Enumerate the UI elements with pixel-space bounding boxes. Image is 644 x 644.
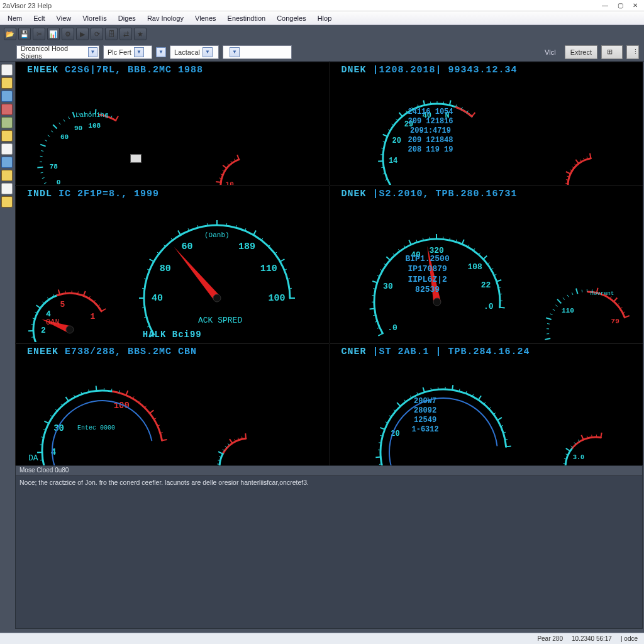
label-ackspred: ACK SPRED <box>198 316 242 325</box>
menu-diges[interactable]: Diges <box>116 13 138 23</box>
svg-line-17 <box>64 119 65 121</box>
svg-line-210 <box>547 324 550 325</box>
svg-line-3 <box>42 177 45 178</box>
star-icon[interactable]: ★ <box>134 28 147 40</box>
panel-dnek-2: DNEK |S2.2010, TPB.280.16731 .0304032010… <box>330 186 643 343</box>
combo-source[interactable]: Drcanicol Hood Spiens ▼ <box>16 45 99 59</box>
play-icon[interactable]: ▶ <box>76 28 89 40</box>
console-header: Mose Cloed 0u80 <box>16 466 642 476</box>
svg-line-170 <box>386 257 391 260</box>
svg-line-51 <box>381 148 384 148</box>
side-chart-icon[interactable] <box>1 91 13 102</box>
svg-text:80: 80 <box>160 264 171 274</box>
svg-text:100: 100 <box>268 293 285 304</box>
svg-line-4 <box>41 172 43 173</box>
menu-help[interactable]: Hlop <box>315 13 335 23</box>
menu-rav[interactable]: Rav Inology <box>145 13 186 23</box>
svg-line-254 <box>111 389 112 391</box>
svg-text:20: 20 <box>392 136 401 145</box>
chevron-down-icon[interactable]: ▼ <box>203 47 213 57</box>
menu-enest[interactable]: Enestindtion <box>225 13 269 23</box>
gauge-small-red: 3.0 <box>558 425 633 467</box>
panel-cner: CNER |ST 2AB.1 | TPB.284.16.24 20 200W72… <box>330 343 643 467</box>
menu-nem[interactable]: Nem <box>5 13 25 23</box>
maximize-button[interactable]: ▢ <box>614 1 626 10</box>
cut-icon[interactable]: ✂ <box>33 28 45 40</box>
chevron-down-icon[interactable]: ▼ <box>134 47 144 57</box>
svg-text:0: 0 <box>57 179 61 185</box>
side-doc2-icon[interactable] <box>1 183 13 194</box>
gauge-small-tach: 12451 <box>19 254 120 342</box>
svg-line-220 <box>576 289 577 294</box>
svg-text:5: 5 <box>60 300 65 309</box>
side-folder2-icon[interactable] <box>1 130 13 142</box>
svg-line-9 <box>41 151 43 152</box>
menu-vlenes[interactable]: Vlenes <box>192 13 219 23</box>
svg-text:110: 110 <box>260 264 277 274</box>
menu-view[interactable]: View <box>54 13 74 23</box>
minimize-button[interactable]: — <box>599 1 611 10</box>
extract-button[interactable]: Extrect <box>565 45 597 59</box>
menubar: Nem Eclt View Vlorellis Diges Rav Inolog… <box>0 11 644 25</box>
svg-text:14: 14 <box>388 157 397 165</box>
menu-edit[interactable]: Eclt <box>31 13 47 23</box>
side-alert-icon[interactable] <box>1 104 13 115</box>
svg-text:90: 90 <box>74 125 82 132</box>
side-folder3-icon[interactable] <box>1 196 13 208</box>
svg-text:60: 60 <box>181 242 192 252</box>
tool-button-a[interactable]: ⊞ <box>601 45 623 59</box>
panel-header: CNER |ST 2AB.1 | TPB.284.16.24 <box>341 347 530 357</box>
panel-eneek-2: ENEEK E738/288, BBS.2MC CBN 430100 Entec… <box>15 343 329 467</box>
svg-line-98 <box>31 325 34 325</box>
svg-line-137 <box>207 223 208 226</box>
combo-local[interactable]: Lactacal ▼ <box>170 45 219 59</box>
refresh-icon[interactable]: ⟳ <box>91 28 103 40</box>
gear-icon[interactable]: ⚙ <box>62 28 74 40</box>
gauge-stage: ENEEK C2S6|7RL, BBB.2MC 1988 0786090108 … <box>15 62 643 465</box>
svg-text:79: 79 <box>611 318 619 325</box>
svg-line-29 <box>116 116 119 121</box>
svg-point-201 <box>433 298 441 306</box>
svg-line-316 <box>505 447 511 447</box>
svg-marker-154 <box>174 247 220 301</box>
svg-text:10: 10 <box>226 180 234 185</box>
open-icon[interactable]: 📂 <box>4 28 16 40</box>
side-box-icon[interactable] <box>1 170 13 181</box>
chevron-down-icon[interactable]: ▼ <box>230 47 240 57</box>
digital-block: 24116 1054209 121816 2091:4719209 121848… <box>408 108 453 155</box>
close-button[interactable]: ✕ <box>629 1 641 10</box>
menu-vlor[interactable]: Vlorellis <box>80 13 109 23</box>
tool-button-b[interactable]: ⋮ <box>626 45 639 59</box>
label-halk: HALK Bci99 <box>143 330 202 340</box>
chevron-down-icon[interactable]: ▼ <box>156 47 166 57</box>
save-icon[interactable]: 💾 <box>18 28 31 40</box>
combo-profile-label: Plc Fert <box>108 48 131 56</box>
svg-point-118 <box>66 326 74 333</box>
svg-line-125 <box>142 288 145 289</box>
gauge-speedo: 20 <box>355 358 531 467</box>
side-folder-icon[interactable] <box>1 77 13 89</box>
svg-text:78: 78 <box>50 163 58 170</box>
side-gauge-icon[interactable] <box>1 117 13 128</box>
side-doc-icon[interactable] <box>1 64 13 75</box>
combo-profile[interactable]: Plc Fert ▼ <box>103 45 152 59</box>
combo-extra[interactable]: ▼ <box>223 45 292 59</box>
side-db-icon[interactable] <box>1 157 13 168</box>
svg-line-218 <box>567 295 569 297</box>
swap-icon[interactable]: ⇄ <box>119 28 132 40</box>
db-icon[interactable]: 🗄 <box>105 28 118 40</box>
panel-dnek-1: DNEK |1208.2018| 99343.12.34 14202940N 2… <box>330 62 643 185</box>
svg-text:189: 189 <box>238 242 255 252</box>
view-link[interactable]: Vlcl <box>540 45 561 59</box>
chart-icon[interactable]: 📊 <box>47 28 60 40</box>
menu-cong[interactable]: Congeles <box>274 13 308 23</box>
status-b: 10.2340 56:17 <box>572 635 612 642</box>
svg-text:30: 30 <box>383 282 393 291</box>
svg-text:40: 40 <box>152 293 163 304</box>
chevron-down-icon[interactable]: ▼ <box>88 47 97 57</box>
side-page-icon[interactable] <box>1 143 13 155</box>
svg-line-11 <box>45 140 47 142</box>
svg-line-73 <box>471 113 475 117</box>
svg-line-287 <box>375 457 381 458</box>
svg-line-16 <box>59 123 61 125</box>
